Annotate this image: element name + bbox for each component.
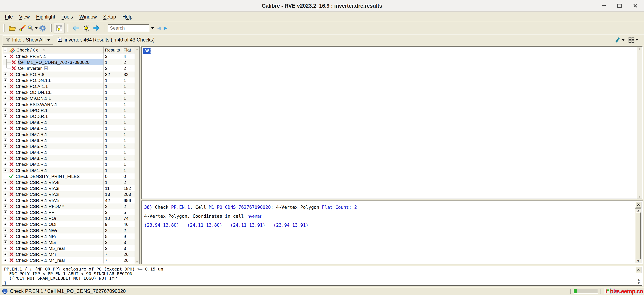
detail-value[interactable]: Flat Count: 2 [322, 205, 357, 210]
scroll-down-icon[interactable]: ▼ [638, 282, 640, 285]
expand-toggle-icon[interactable] [4, 205, 7, 208]
table-row[interactable]: Check PO.A.1.111 [2, 83, 134, 89]
table-row[interactable]: Check DOD.R.111 [2, 113, 134, 119]
menu-item-view[interactable]: View [16, 13, 33, 21]
table-row[interactable]: Check CSR.R.1:VIA1i42656 [2, 198, 134, 204]
expand-toggle-icon[interactable] [4, 193, 7, 196]
search-prev-button[interactable]: ◀ [156, 23, 162, 33]
table-row[interactable]: Check CSR.R.1:POi1074 [2, 215, 134, 221]
close-button[interactable] [632, 2, 638, 9]
expand-toggle-icon[interactable] [4, 223, 7, 226]
table-row[interactable]: Check PO.R.83232 [2, 71, 134, 77]
expand-toggle-icon[interactable] [4, 145, 7, 148]
current-highlight-button[interactable] [81, 23, 91, 33]
table-row[interactable]: Check DM1.R.111 [2, 168, 134, 173]
table-row[interactable]: Cell M1_PO_CDNS_76276709002012 [2, 59, 134, 65]
scroll-up-icon[interactable]: ▲ [638, 47, 641, 50]
search-dropdown-button[interactable] [150, 23, 156, 33]
previous-highlight-button[interactable] [71, 23, 81, 33]
search-input[interactable] [108, 24, 150, 32]
detail-value[interactable]: inverter [246, 214, 261, 219]
expand-toggle-icon[interactable] [4, 163, 7, 166]
search-next-button[interactable]: ▶ [162, 23, 169, 33]
table-row[interactable]: Check DM4.R.111 [2, 149, 134, 155]
table-row[interactable]: Cell inverter22 [2, 65, 134, 71]
collapse-toggle-icon[interactable] [4, 55, 7, 58]
expand-toggle-icon[interactable] [4, 103, 7, 106]
table-row[interactable]: Check DPO.R.111 [2, 107, 134, 113]
expand-toggle-icon[interactable] [4, 253, 7, 256]
expand-toggle-icon[interactable] [4, 78, 7, 82]
expand-toggle-icon[interactable] [4, 241, 7, 244]
expand-toggle-icon[interactable] [4, 73, 7, 76]
highlight-button[interactable] [17, 23, 28, 33]
results-scrollbar[interactable]: ▲ ▼ [637, 47, 642, 199]
filter-button[interactable]: Filter: Show All [2, 35, 53, 44]
detail-value[interactable]: 38) [144, 205, 152, 210]
detail-scrollbar[interactable]: ▲ ▼ [635, 208, 642, 263]
scrollbar-thumb[interactable] [636, 212, 640, 259]
table-row[interactable]: Check CSR.R.1:VIA2i13203 [2, 191, 134, 197]
scroll-down-icon[interactable]: ▼ [136, 260, 139, 263]
zoom-dropdown-arrow-icon[interactable] [35, 27, 38, 29]
menu-item-file[interactable]: File [2, 13, 16, 21]
detail-value[interactable]: M1_PO_CDNS_762767090020 [209, 205, 271, 210]
menu-item-window[interactable]: Window [76, 13, 100, 21]
expand-toggle-icon[interactable] [4, 229, 7, 232]
menu-item-help[interactable]: Help [119, 13, 136, 21]
menu-item-tools[interactable]: Tools [58, 13, 76, 21]
expand-toggle-icon[interactable] [4, 139, 7, 142]
table-row[interactable]: Check CSR.R.1:PPi35 [2, 209, 134, 215]
expand-toggle-icon[interactable] [4, 199, 7, 202]
options-button[interactable] [38, 23, 48, 33]
expand-toggle-icon[interactable] [4, 181, 7, 184]
table-row[interactable]: Check CSR.R.1:NPi59 [2, 234, 134, 240]
table-row[interactable]: Check CSR.R.1:M5_real23 [2, 245, 134, 251]
table-row[interactable]: Check M9.DN.1:L11 [2, 95, 134, 101]
scroll-up-icon[interactable]: ▲ [136, 47, 139, 50]
tree-header-check-cell[interactable]: Check / Cell [2, 47, 104, 53]
expand-toggle-icon[interactable] [4, 114, 7, 118]
expand-toggle-icon[interactable] [4, 133, 7, 136]
tree-header-results[interactable]: Results [104, 47, 122, 53]
table-row[interactable]: Check DM2.R.111 [2, 161, 134, 167]
scroll-up-icon[interactable]: ▲ [637, 209, 639, 212]
rule-scrollbar[interactable]: ▲ ▼ [636, 273, 642, 285]
rule-close-button[interactable] [636, 267, 642, 273]
menu-item-setup[interactable]: Setup [100, 13, 119, 21]
table-row[interactable]: Check OD.DN.1:L11 [2, 89, 134, 95]
table-row[interactable]: Check PO.DN.1:L11 [2, 77, 134, 83]
next-highlight-button[interactable] [91, 23, 102, 33]
expand-toggle-icon[interactable] [4, 151, 7, 154]
table-row[interactable]: Check PP.EN.134 [2, 53, 134, 59]
expand-toggle-icon[interactable] [4, 259, 7, 262]
detail-value[interactable]: (23.94 13.80) (24.11 13.80) (24.11 13.91… [144, 223, 308, 228]
table-row[interactable]: Check CSR.R.1:ODi946 [2, 221, 134, 227]
scroll-down-icon[interactable]: ▼ [638, 195, 641, 198]
table-row[interactable]: Check CSR.R.1:RFDMY22 [2, 204, 134, 209]
expand-toggle-icon[interactable] [4, 109, 7, 112]
expand-toggle-icon[interactable] [4, 121, 7, 124]
table-row[interactable]: Check DM5.R.111 [2, 143, 134, 149]
expand-toggle-icon[interactable] [4, 211, 7, 214]
table-row[interactable]: Check DM3.R.111 [2, 155, 134, 161]
table-row[interactable]: Check CSR.R.1:VIA3i11182 [2, 185, 134, 191]
table-row[interactable]: Check DM7.R.111 [2, 131, 134, 137]
expand-toggle-icon[interactable] [4, 97, 7, 100]
table-row[interactable]: Check CSR.R.1:NWi22 [2, 227, 134, 233]
marker-pen-button[interactable] [614, 37, 625, 43]
expand-toggle-icon[interactable] [4, 217, 7, 220]
detail-value[interactable]: PP.EN.1 [171, 205, 190, 210]
table-row[interactable]: Check DM6.R.111 [2, 137, 134, 143]
table-row[interactable]: Check DM9.R.111 [2, 119, 134, 125]
expand-toggle-icon[interactable] [4, 169, 7, 172]
expand-toggle-icon[interactable] [4, 187, 7, 190]
expand-toggle-icon[interactable] [4, 157, 7, 160]
selected-result-number[interactable]: 38 [143, 48, 150, 54]
zoom-highlight-button[interactable] [28, 23, 38, 33]
tree-scrollbar[interactable]: ▲ ▼ [134, 47, 140, 264]
minimize-button[interactable] [600, 2, 607, 9]
expand-toggle-icon[interactable] [4, 127, 7, 130]
table-row[interactable]: Check CSR.R.1:M4_real726 [2, 257, 134, 263]
expand-toggle-icon[interactable] [4, 85, 7, 88]
